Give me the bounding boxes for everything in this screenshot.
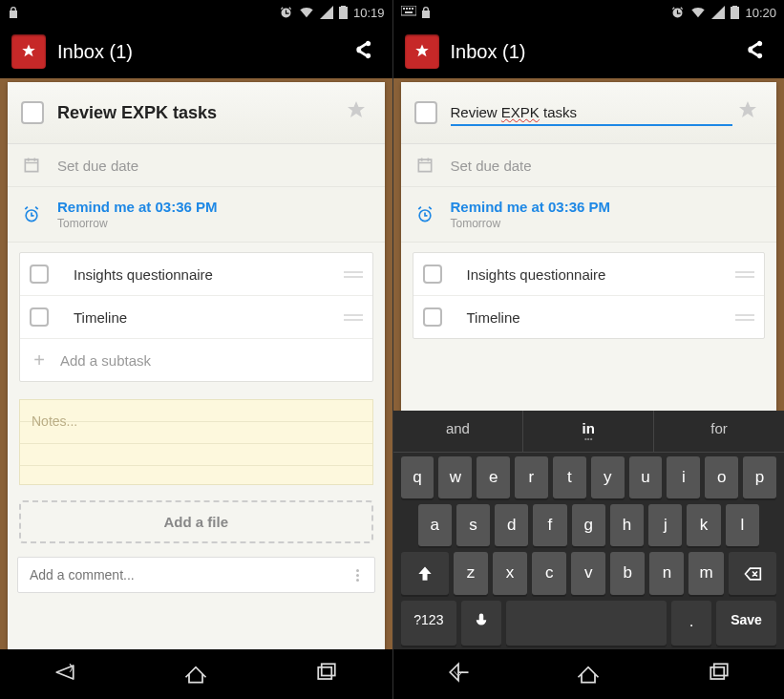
key-backspace[interactable] [729,552,777,595]
subtasks-list: Insights questionnaire Timeline + Add a … [19,252,373,382]
key-s[interactable]: s [456,504,490,546]
svg-rect-2 [322,664,335,675]
svg-rect-6 [409,8,411,10]
app-icon[interactable] [405,34,439,69]
page-title: Inbox (1) [451,41,726,63]
reminder-row[interactable]: Remind me at 03:36 PM Tomorrow [8,187,385,243]
subtask-checkbox[interactable] [423,265,442,284]
subtask-row[interactable]: Timeline [20,296,372,339]
add-subtask-row[interactable]: + Add a subtask [20,339,372,381]
key-h[interactable]: h [610,504,644,546]
reminder-label: Remind me at 03:36 PM [451,199,611,215]
key-n[interactable]: n [649,552,684,595]
key-i[interactable]: i [667,456,700,498]
key-y[interactable]: y [591,456,625,498]
subtask-label: Insights questionnaire [467,266,725,283]
signal-icon [711,6,725,19]
plus-icon: + [30,350,49,370]
key-k[interactable]: k [687,504,720,546]
key-period[interactable]: . [671,601,711,646]
subtask-checkbox[interactable] [30,265,49,284]
calendar-icon [414,156,435,175]
keyboard-suggestions: and in for [393,411,785,453]
drag-handle-icon[interactable] [735,314,754,321]
key-save[interactable]: Save [716,601,776,646]
key-z[interactable]: z [454,552,488,595]
keyboard-notif-icon [401,6,416,19]
key-r[interactable]: r [515,456,548,498]
subtask-row[interactable]: Timeline [413,296,765,338]
share-button[interactable] [736,32,773,72]
back-button[interactable] [52,659,78,689]
reminder-label: Remind me at 03:36 PM [57,199,218,215]
suggestion[interactable]: and [393,411,524,452]
app-bar: Inbox (1) [393,25,785,78]
drag-handle-icon[interactable] [344,314,363,321]
task-title-input[interactable]: Review EXPK tasks [451,100,733,126]
reminder-row[interactable]: Remind me at 03:36 PM Tomorrow [401,187,777,243]
share-button[interactable] [345,32,381,72]
task-checkbox[interactable] [21,101,44,124]
due-date-row[interactable]: Set due date [8,144,385,187]
key-t[interactable]: t [553,456,586,498]
due-date-label: Set due date [451,158,532,174]
key-d[interactable]: d [495,504,528,546]
add-file-button[interactable]: Add a file [19,500,373,543]
key-f[interactable]: f [533,504,566,546]
drag-handle-icon[interactable] [735,271,754,278]
svg-rect-7 [412,8,413,10]
task-title[interactable]: Review EXPK tasks [57,103,341,123]
due-date-row[interactable]: Set due date [401,144,777,187]
notes-field[interactable]: Notes... [19,399,373,485]
task-header: Review EXPK tasks [401,82,777,144]
key-c[interactable]: c [532,552,566,595]
suggestion[interactable]: for [654,411,784,452]
key-l[interactable]: l [726,504,759,546]
overflow-icon[interactable] [352,569,363,582]
home-button[interactable] [575,659,602,689]
subtask-row[interactable]: Insights questionnaire [20,253,372,296]
star-button[interactable] [341,95,371,130]
key-mic[interactable] [461,601,501,646]
app-icon[interactable] [11,34,46,69]
comment-input[interactable] [30,567,352,582]
spellcheck-underline: EXPK [501,104,540,120]
key-g[interactable]: g [572,504,605,546]
key-b[interactable]: b [610,552,645,595]
key-u[interactable]: u [629,456,663,498]
subtask-row[interactable]: Insights questionnaire [413,253,765,296]
alarm-clock-icon [414,205,435,224]
page-title: Inbox (1) [57,41,333,63]
recents-button[interactable] [706,659,732,689]
status-bar: 10:19 [0,0,392,25]
suggestion[interactable]: in [523,411,654,452]
status-time: 10:19 [353,6,385,20]
subtask-checkbox[interactable] [30,307,49,327]
key-symbols[interactable]: ?123 [401,601,457,646]
key-e[interactable]: e [477,456,510,498]
nav-bar [393,649,785,699]
subtask-checkbox[interactable] [423,307,442,327]
back-button[interactable] [445,659,472,689]
key-shift[interactable] [401,552,450,595]
key-x[interactable]: x [493,552,527,595]
key-w[interactable]: w [438,456,472,498]
drag-handle-icon[interactable] [344,271,363,278]
key-m[interactable]: m [689,552,723,595]
key-q[interactable]: q [401,456,434,498]
key-space[interactable] [506,601,667,646]
key-v[interactable]: v [571,552,605,595]
home-button[interactable] [182,659,209,689]
star-button[interactable] [732,95,763,130]
recents-button[interactable] [313,659,340,689]
battery-icon [339,6,348,19]
key-a[interactable]: a [418,504,452,546]
due-date-label: Set due date [57,158,138,174]
notes-placeholder: Notes... [32,413,361,429]
key-o[interactable]: o [705,456,738,498]
phone-right: 10:20 Inbox (1) Review EXPK tasks Set du… [392,0,785,699]
task-checkbox[interactable] [414,101,437,124]
key-p[interactable]: p [743,456,776,498]
svg-rect-11 [714,664,728,675]
key-j[interactable]: j [648,504,682,546]
